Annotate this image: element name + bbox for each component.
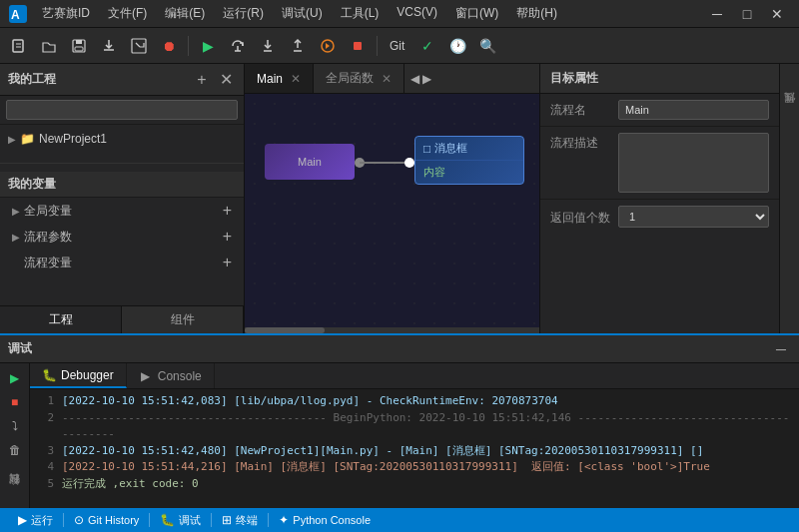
status-debug[interactable]: 🐛 调试 xyxy=(150,508,211,532)
log-text-2: ----------------------------------------… xyxy=(62,410,791,443)
maximize-button[interactable]: □ xyxy=(733,4,761,24)
flow-vars-item[interactable]: ▶ 流程变量 + xyxy=(0,250,244,275)
svg-rect-7 xyxy=(75,47,83,51)
menu-item-help[interactable]: 帮助(H) xyxy=(508,3,565,24)
menu-item-brand[interactable]: 艺赛旗ID xyxy=(34,3,98,24)
add-flow-param-button[interactable]: + xyxy=(223,228,232,246)
save-button[interactable] xyxy=(66,33,92,59)
flow-params-arrow: ▶ xyxy=(12,232,20,243)
tab-scroll-arrows[interactable]: ◀ ▶ xyxy=(404,64,437,93)
new-button[interactable] xyxy=(6,33,32,59)
console-tab-label: Console xyxy=(158,369,202,383)
add-flow-var-button[interactable]: + xyxy=(223,254,232,271)
debug-run-button[interactable] xyxy=(315,33,341,59)
add-global-var-button[interactable]: + xyxy=(223,202,232,220)
tab-project[interactable]: 工程 xyxy=(0,306,122,333)
close-project-panel-button[interactable]: ✕ xyxy=(216,70,236,90)
main-area: 我的工程 + ✕ ▶ 📁 NewProject1 我的变量 ▶ 全局变量 + xyxy=(0,64,799,333)
canvas-scrollbar-h[interactable] xyxy=(245,327,539,333)
bottom-panel-controls: ─ xyxy=(771,339,791,359)
far-right-tab-label[interactable]: 属性 xyxy=(780,104,799,120)
debug-step-btn[interactable]: ⤵ xyxy=(4,415,26,437)
search-bar xyxy=(0,96,244,125)
title-bar: A 艺赛旗ID 文件(F) 编辑(E) 运行(R) 调试(U) 工具(L) VC… xyxy=(0,0,799,28)
menu-item-tools[interactable]: 工具(L) xyxy=(333,3,388,24)
log-text-5: 运行完成 ,exit code: 0 xyxy=(62,476,791,493)
open-button[interactable] xyxy=(36,33,62,59)
stop-button[interactable] xyxy=(345,33,371,59)
svg-rect-16 xyxy=(354,42,362,50)
status-git-history[interactable]: ⊙ Git History xyxy=(64,508,149,532)
run-button[interactable]: ▶ xyxy=(195,33,221,59)
canvas-scrollbar-thumb-h[interactable] xyxy=(245,327,325,333)
bottom-panel-header: 调试 ─ xyxy=(0,335,799,363)
tab-components[interactable]: 组件 xyxy=(122,306,244,333)
git-button[interactable]: Git xyxy=(384,33,410,59)
minimize-bottom-panel-button[interactable]: ─ xyxy=(771,339,791,359)
properties-title: 目标属性 xyxy=(550,71,598,85)
window-controls: ─ □ ✕ xyxy=(703,4,791,24)
terminal-status-label: 终端 xyxy=(236,513,258,528)
check-button[interactable]: ✓ xyxy=(414,33,440,59)
step-over-button[interactable] xyxy=(225,33,251,59)
bottom-panel-title: 调试 xyxy=(8,340,771,357)
minimize-button[interactable]: ─ xyxy=(703,4,731,24)
debugger-icon: 🐛 xyxy=(42,368,56,382)
status-run[interactable]: ▶ 运行 xyxy=(8,508,63,532)
debug-status-icon: 🐛 xyxy=(160,513,175,527)
project-search-input[interactable] xyxy=(6,100,238,120)
canvas-area[interactable]: Main □ 消息框 内容 xyxy=(245,94,539,333)
git-history-label: Git History xyxy=(88,514,139,526)
step-out-button[interactable] xyxy=(285,33,311,59)
menu-item-vcs[interactable]: VCS(V) xyxy=(389,3,445,24)
record-button[interactable]: ⏺ xyxy=(156,33,182,59)
log-area[interactable]: 1 [2022-10-10 15:51:42,083] [lib/ubpa/ll… xyxy=(30,389,799,508)
export-button[interactable] xyxy=(126,33,152,59)
log-num-2: 2 xyxy=(38,410,54,443)
import-button[interactable] xyxy=(96,33,122,59)
project-panel-header: 我的工程 + ✕ xyxy=(0,64,244,96)
status-python-console[interactable]: ✦ Python Console xyxy=(269,508,381,532)
close-button[interactable]: ✕ xyxy=(763,4,791,24)
history-button[interactable]: 🕐 xyxy=(444,33,470,59)
prop-desc-textarea[interactable] xyxy=(618,133,769,193)
menu-item-debug[interactable]: 调试(U) xyxy=(274,3,331,24)
flow-params-label: 流程参数 xyxy=(24,229,219,246)
git-history-icon: ⊙ xyxy=(74,513,84,527)
start-node[interactable]: Main xyxy=(265,144,355,180)
menu-item-edit[interactable]: 编辑(E) xyxy=(157,3,213,24)
log-num-5: 5 xyxy=(38,476,54,493)
tree-item-newproject1[interactable]: ▶ 📁 NewProject1 xyxy=(0,129,244,149)
debug-run-btn[interactable]: ▶ xyxy=(4,367,26,389)
sidebar-divider xyxy=(0,163,244,164)
prop-name-input[interactable] xyxy=(618,100,769,120)
log-text-1: [2022-10-10 15:51:42,083] [lib/ubpa/llog… xyxy=(62,393,791,410)
prop-return-select[interactable]: 1 xyxy=(618,206,769,228)
center-area: Main ✕ 全局函数 ✕ ◀ ▶ Main xyxy=(245,64,539,333)
message-node[interactable]: □ 消息框 内容 xyxy=(414,136,524,185)
close-main-tab-button[interactable]: ✕ xyxy=(291,72,301,86)
control-sidebar-label: 控制台 xyxy=(5,484,24,504)
debug-stop-btn[interactable]: ■ xyxy=(4,391,26,413)
folder-icon: 📁 xyxy=(20,132,35,146)
editor-tab-main[interactable]: Main ✕ xyxy=(245,64,314,93)
menu-item-run[interactable]: 运行(R) xyxy=(215,3,272,24)
menu-item-file[interactable]: 文件(F) xyxy=(100,3,155,24)
connection-end-dot xyxy=(404,158,414,168)
status-terminal[interactable]: ⊞ 终端 xyxy=(212,508,268,532)
global-vars-item[interactable]: ▶ 全局变量 + xyxy=(0,198,244,224)
tab-console[interactable]: ▶ Console xyxy=(127,363,215,388)
tab-debugger[interactable]: 🐛 Debugger xyxy=(30,363,127,388)
bottom-debug-tabs: 🐛 Debugger ▶ Console xyxy=(30,363,799,389)
tree-item-label: NewProject1 xyxy=(39,132,107,146)
editor-tab-globals[interactable]: 全局函数 ✕ xyxy=(314,64,404,93)
debug-clear-btn[interactable]: 🗑 xyxy=(4,439,26,461)
step-into-button[interactable] xyxy=(255,33,281,59)
search-toolbar-button[interactable]: 🔍 xyxy=(474,33,500,59)
flow-params-item[interactable]: ▶ 流程参数 + xyxy=(0,224,244,250)
add-project-button[interactable]: + xyxy=(192,70,212,90)
editor-tabs: Main ✕ 全局函数 ✕ ◀ ▶ xyxy=(245,64,539,94)
terminal-status-icon: ⊞ xyxy=(222,513,232,527)
menu-item-window[interactable]: 窗口(W) xyxy=(447,3,506,24)
close-globals-tab-button[interactable]: ✕ xyxy=(382,72,392,86)
